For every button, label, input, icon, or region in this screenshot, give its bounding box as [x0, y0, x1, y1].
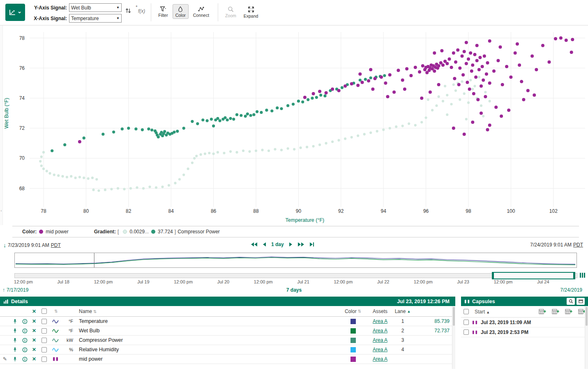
- asset-link[interactable]: Area A: [367, 347, 393, 352]
- scatter-point[interactable]: [475, 59, 479, 62]
- scatter-point[interactable]: [319, 94, 322, 97]
- scatter-point[interactable]: [535, 68, 538, 71]
- remove-all-icon[interactable]: ✕: [30, 309, 39, 314]
- scatter-point[interactable]: [463, 133, 466, 136]
- scatter-point[interactable]: [187, 168, 189, 170]
- scatter-point[interactable]: [206, 119, 209, 122]
- pan-left-full-icon[interactable]: [251, 242, 258, 247]
- scatter-point[interactable]: [141, 128, 144, 131]
- scatter-point[interactable]: [505, 65, 508, 68]
- scatter-point[interactable]: [195, 155, 198, 157]
- scrollbar-thumb[interactable]: [586, 307, 588, 326]
- remove-icon[interactable]: ✕: [30, 328, 39, 334]
- row-checkbox[interactable]: [42, 347, 47, 352]
- scatter-point[interactable]: [376, 130, 378, 132]
- pan-right-icon[interactable]: [289, 242, 293, 247]
- scatter-point[interactable]: [522, 98, 525, 101]
- scatter-point[interactable]: [270, 109, 273, 112]
- scatter-point[interactable]: [95, 178, 98, 180]
- scatter-point[interactable]: [476, 98, 480, 101]
- scatter-point[interactable]: [468, 87, 471, 91]
- scatter-point[interactable]: [452, 51, 455, 55]
- scatter-point[interactable]: [473, 53, 477, 56]
- scatter-point[interactable]: [217, 151, 219, 154]
- scatter-point[interactable]: [178, 178, 181, 180]
- scatter-point[interactable]: [548, 60, 551, 64]
- info-icon[interactable]: [22, 338, 28, 343]
- scatter-point[interactable]: [265, 109, 268, 112]
- row-checkbox[interactable]: [42, 319, 47, 324]
- scatter-point[interactable]: [300, 147, 302, 149]
- scatter-point[interactable]: [472, 92, 475, 95]
- scatter-point[interactable]: [435, 104, 438, 107]
- scatter-point[interactable]: [445, 62, 449, 65]
- table-row[interactable]: ✕°FTemperatureArea A185.739: [0, 317, 452, 326]
- scatter-point[interactable]: [204, 152, 206, 155]
- scatter-point[interactable]: [112, 131, 115, 134]
- color-button[interactable]: Color: [173, 4, 189, 19]
- scatter-point[interactable]: [338, 139, 340, 141]
- scatter-point[interactable]: [486, 128, 489, 131]
- scatter-point[interactable]: [40, 165, 43, 167]
- scatter-point[interactable]: [255, 150, 257, 152]
- scatter-point[interactable]: [121, 127, 124, 130]
- scatter-point[interactable]: [83, 136, 85, 139]
- scatter-point[interactable]: [356, 84, 360, 87]
- scatter-point[interactable]: [341, 86, 344, 89]
- scatter-point[interactable]: [163, 130, 166, 133]
- scatter-point[interactable]: [559, 37, 563, 40]
- scatter-point[interactable]: [571, 38, 574, 41]
- color-swatch[interactable]: [350, 319, 356, 324]
- pin-icon[interactable]: [12, 338, 18, 343]
- scatter-point[interactable]: [395, 125, 397, 128]
- scatter-point[interactable]: [97, 189, 100, 192]
- scatter-point[interactable]: [212, 124, 215, 127]
- scatter-point[interactable]: [526, 89, 530, 92]
- range-duration[interactable]: 7 days: [0, 287, 588, 293]
- scatter-point[interactable]: [403, 87, 406, 91]
- add-column-icon[interactable]: [565, 309, 572, 315]
- sort-type-icon[interactable]: ⇅: [51, 309, 62, 313]
- scatter-point[interactable]: [433, 69, 436, 73]
- scatter-point[interactable]: [478, 76, 480, 78]
- scatter-point[interactable]: [361, 81, 364, 84]
- scatter-point[interactable]: [570, 51, 573, 54]
- color-swatch[interactable]: [350, 357, 356, 362]
- scatter-point[interactable]: [371, 87, 374, 91]
- timeline-strip[interactable]: [14, 253, 577, 268]
- scatter-point[interactable]: [418, 70, 421, 74]
- capsule-checkbox[interactable]: [463, 320, 469, 325]
- scatter-point[interactable]: [433, 51, 436, 55]
- scatter-point[interactable]: [61, 175, 64, 177]
- scatter-point[interactable]: [374, 77, 377, 80]
- scatter-point[interactable]: [261, 149, 263, 151]
- scatter-point[interactable]: [500, 115, 503, 118]
- scatter-point[interactable]: [457, 83, 461, 86]
- scatter-point[interactable]: [216, 117, 219, 120]
- scatter-point[interactable]: [431, 109, 434, 111]
- scatter-point[interactable]: [51, 149, 53, 152]
- scatter-point[interactable]: [280, 107, 283, 110]
- scatter-point[interactable]: [63, 143, 66, 146]
- scatter-point[interactable]: [461, 81, 463, 83]
- lane-column-header[interactable]: Lane▲: [393, 309, 413, 314]
- scatter-point[interactable]: [465, 41, 468, 44]
- scatter-point[interactable]: [287, 147, 289, 150]
- connect-button[interactable]: Connect: [190, 4, 212, 19]
- range-grip-icon[interactable]: [579, 272, 586, 278]
- scatter-point[interactable]: [409, 74, 413, 77]
- scatter-point[interactable]: [485, 72, 488, 76]
- assets-column-header[interactable]: Assets: [367, 309, 393, 314]
- scatter-point[interactable]: [469, 79, 472, 81]
- capsule-stats-icon[interactable]: [539, 309, 546, 315]
- scatter-point[interactable]: [414, 124, 417, 127]
- scatter-point[interactable]: [461, 73, 465, 76]
- scatter-point[interactable]: [454, 60, 457, 64]
- scatter-point[interactable]: [42, 151, 45, 154]
- capsule-row[interactable]: Jul 23, 2019 2:53 PM: [461, 327, 588, 337]
- scatter-point[interactable]: [478, 56, 482, 59]
- scatter-point[interactable]: [482, 78, 485, 82]
- scatter-point[interactable]: [486, 61, 489, 64]
- asset-link[interactable]: Area A: [367, 356, 393, 362]
- scatter-point[interactable]: [469, 51, 472, 55]
